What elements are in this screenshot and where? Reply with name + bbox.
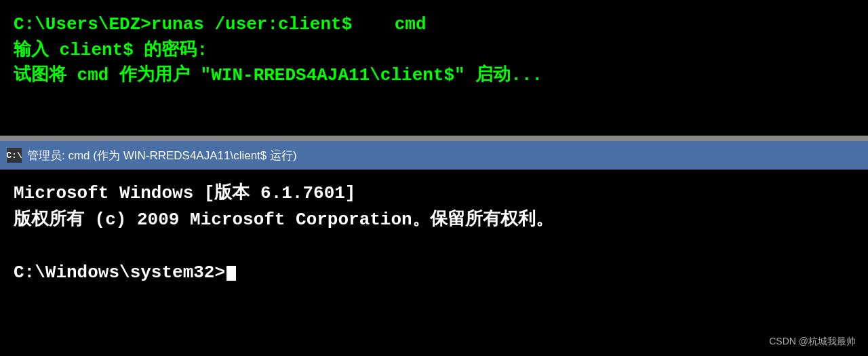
cmd-line-2: 版权所有 (c) 2009 Microsoft Corporation。保留所有… [14, 207, 854, 233]
top-line-3: 试图将 cmd 作为用户 "WIN-RREDS4AJA11\client$" 启… [14, 63, 854, 89]
bottom-window: C:\ 管理员: cmd (作为 WIN-RREDS4AJA11\client$… [0, 141, 868, 356]
top-line-1: C:\Users\EDZ>runas /user:client$ cmd [14, 12, 854, 38]
cmd-line-3 [14, 233, 854, 260]
cursor [226, 266, 236, 281]
divider [0, 136, 868, 141]
cmd-line-1: Microsoft Windows [版本 6.1.7601] [14, 180, 854, 207]
top-line-2: 输入 client$ 的密码: [14, 38, 854, 64]
cmd-icon: C:\ [7, 148, 22, 163]
top-terminal: C:\Users\EDZ>runas /user:client$ cmd 输入 … [0, 0, 868, 136]
title-bar: C:\ 管理员: cmd (作为 WIN-RREDS4AJA11\client$… [0, 141, 868, 170]
title-bar-text: 管理员: cmd (作为 WIN-RREDS4AJA11\client$ 运行) [27, 148, 297, 163]
cmd-prompt-text: C:\Windows\system32> [14, 260, 225, 286]
watermark: CSDN @杭城我最帅 [769, 336, 856, 348]
cmd-prompt-line: C:\Windows\system32> [14, 260, 854, 286]
cmd-area[interactable]: Microsoft Windows [版本 6.1.7601] 版权所有 (c)… [0, 170, 868, 356]
